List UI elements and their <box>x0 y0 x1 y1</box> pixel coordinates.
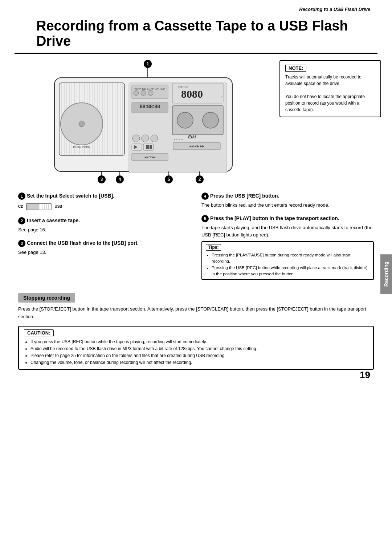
main-title: Recording from a Cassette Tape to a USB … <box>15 12 377 54</box>
svg-text:• < > × |: • < > × | <box>174 138 184 141</box>
stopping-body: Press the [STOP/EJECT] button in the tap… <box>18 305 374 321</box>
step-4: 4 Press the USB [REC] button. The button… <box>201 193 374 209</box>
svg-text:88:88:88: 88:88:88 <box>140 104 160 109</box>
note-box: NOTE: Tracks will automatically be recor… <box>279 60 381 117</box>
note-line-2: You do not have to locate the appropriat… <box>285 93 375 113</box>
step-3-title: Connect the USB flash drive to the [USB]… <box>27 240 139 246</box>
step-5-title: Press the [PLAY] button in the tape tran… <box>210 215 339 221</box>
svg-point-51 <box>151 135 158 142</box>
page-number: 19 <box>360 369 370 381</box>
svg-text:2: 2 <box>199 177 201 182</box>
svg-text:1: 1 <box>146 61 149 66</box>
svg-text:3: 3 <box>101 177 103 182</box>
svg-point-31 <box>79 121 85 127</box>
step-3: 3 Connect the USB flash drive to the [US… <box>18 240 191 256</box>
step-1-title: Set the Input Select switch to [USB]. <box>27 193 114 199</box>
steps-right: 4 Press the USB [REC] button. The button… <box>201 193 374 287</box>
svg-rect-75 <box>27 204 39 210</box>
svg-text:4: 4 <box>119 177 121 182</box>
svg-text:5: 5 <box>168 177 170 182</box>
step-4-title: Press the USB [REC] button. <box>210 193 279 199</box>
svg-rect-56 <box>150 145 152 149</box>
note-line-1: Tracks will automatically be recorded to… <box>285 74 375 87</box>
step-2-circle: 2 <box>18 217 25 224</box>
caution-label: CAUTION: <box>24 329 54 336</box>
tips-item-1: Pressing the [PLAY/PAUSE] button during … <box>212 252 369 265</box>
switch-cd-label: CD <box>18 204 23 208</box>
stopping-header: Stopping recording <box>18 293 75 303</box>
caution-body: If you press the USB [REC] button while … <box>24 339 368 366</box>
caution-box: CAUTION: If you press the USB [REC] butt… <box>18 326 374 370</box>
caution-item-2: Audio will be recorded to the USB flash … <box>30 345 368 352</box>
svg-text:Eiki: Eiki <box>188 134 196 139</box>
step-1: 1 Set the Input Select switch to [USB]. … <box>18 193 191 211</box>
svg-rect-55 <box>146 145 149 149</box>
caution-item-1: If you press the USB [REC] button while … <box>30 339 368 345</box>
switch-graphic <box>26 203 52 211</box>
step-5-circle: 5 <box>201 215 209 222</box>
svg-text:PUSH OPEN: PUSH OPEN <box>73 146 90 149</box>
tips-body: Pressing the [PLAY/PAUSE] button during … <box>206 252 369 277</box>
note-body: Tracks will automatically be recorded to… <box>285 74 375 113</box>
tips-box: Tips: Pressing the [PLAY/PAUSE] button d… <box>201 241 374 280</box>
step-2: 2 Insert a cassette tape. See page 16. <box>18 217 191 234</box>
tips-item-2: Pressing the USB [REC] button while reco… <box>212 265 369 278</box>
note-label: NOTE: <box>285 65 306 72</box>
svg-point-47 <box>203 112 219 128</box>
switch-usb-label: USB <box>54 204 62 208</box>
svg-point-37 <box>141 90 146 96</box>
caution-item-3: Please refer to page 25 for information … <box>30 352 368 359</box>
recording-tab: Recording <box>380 254 392 294</box>
note-column: NOTE: Tracks will automatically be recor… <box>272 60 374 187</box>
step-1-circle: 1 <box>18 193 25 200</box>
svg-point-49 <box>132 135 140 142</box>
page-header: Recording to a USB Flash Drive <box>0 0 392 12</box>
svg-point-36 <box>134 90 139 96</box>
svg-point-46 <box>177 112 193 128</box>
tips-label: Tips: <box>206 244 221 251</box>
stopping-section: Stopping recording Press the [STOP/EJECT… <box>0 293 392 370</box>
caution-item-4: Changing the volume, tone, or balance du… <box>30 359 368 366</box>
step-2-body: See page 16. <box>18 226 191 234</box>
device-diagram: 1 <box>42 60 249 184</box>
step-3-circle: 3 <box>18 240 25 247</box>
svg-point-38 <box>148 90 153 96</box>
step-5-body: The tape starts playing, and the USB fla… <box>201 224 374 238</box>
svg-point-50 <box>142 135 149 142</box>
step-3-body: See page 13. <box>18 249 191 256</box>
svg-text:TONE BALANCE VOLUME: TONE BALANCE VOLUME <box>134 88 166 90</box>
svg-text:◀◀  ◀  ▶  ▶▶: ◀◀ ◀ ▶ ▶▶ <box>189 145 205 148</box>
svg-text:○: ○ <box>220 94 222 98</box>
steps-left: 1 Set the Input Select switch to [USB]. … <box>18 193 191 287</box>
step-2-title: Insert a cassette tape. <box>27 218 80 223</box>
step-4-body: The button blinks red, and the unit ente… <box>201 202 374 209</box>
svg-text:8080: 8080 <box>181 88 203 100</box>
step-5: 5 Press the [PLAY] button in the tape tr… <box>201 215 374 280</box>
step-4-circle: 4 <box>201 193 209 200</box>
svg-text:◀◀  FF▶▶: ◀◀ FF▶▶ <box>144 156 156 158</box>
header-title: Recording to a USB Flash Drive <box>299 7 370 12</box>
input-switch-illustration: CD USB <box>18 203 191 211</box>
